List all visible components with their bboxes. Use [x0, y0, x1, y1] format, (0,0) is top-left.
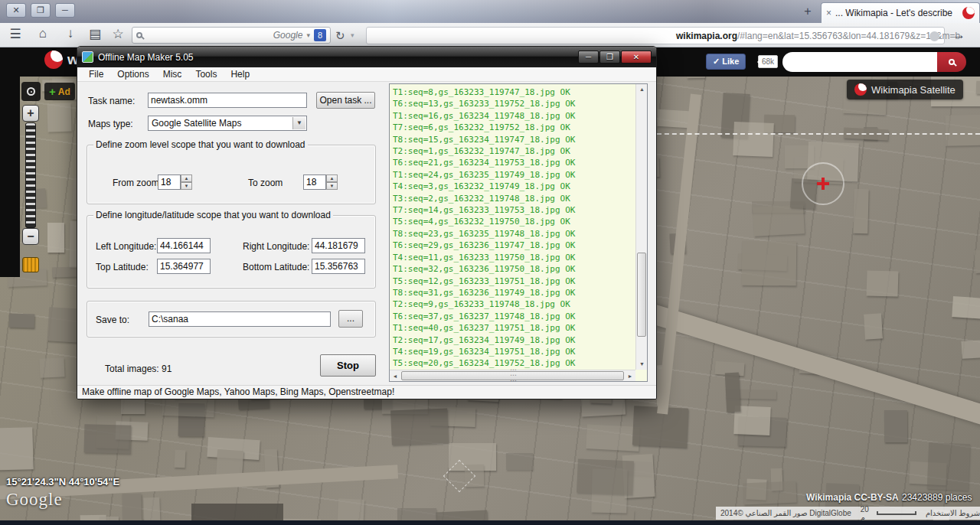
save-to-group: Save to: ...	[87, 301, 376, 338]
menu-tools[interactable]: Tools	[188, 68, 224, 80]
dialog-title: Offline Map Maker 5.05	[98, 52, 573, 63]
scroll-up-icon[interactable]: ▲	[636, 84, 648, 95]
chevron-down-icon[interactable]: ▾	[351, 31, 354, 39]
window-controls: ✕ ❐ ─	[6, 3, 75, 18]
menu-file[interactable]: File	[82, 68, 110, 80]
gplus-badge-icon[interactable]: 8	[314, 29, 326, 41]
log-line: T1:seq=16,gs_163234_119748_18.jpg OK	[393, 110, 634, 122]
maps-type-label: Maps type:	[88, 119, 133, 129]
browser-tab[interactable]: × ... Wikimapia - Let's describe	[821, 2, 980, 23]
log-line: T1:seq=40,gs_163237_119751_18.jpg OK	[393, 322, 634, 334]
menu-help[interactable]: Help	[224, 68, 256, 80]
from-zoom-spinner: ▲ ▼	[158, 174, 192, 190]
log-line: T6:seq=13,gs_163233_119752_18.jpg OK	[393, 98, 634, 109]
dialog-maximize-button[interactable]: ❐	[599, 51, 620, 64]
log-line: T8:seq=23,gs_163235_119748_18.jpg OK	[393, 228, 634, 240]
right-longitude-input[interactable]	[312, 238, 365, 253]
top-latitude-input[interactable]	[157, 259, 211, 274]
to-zoom-input[interactable]	[303, 174, 326, 190]
log-vertical-scrollbar[interactable]: ▲ ▼	[635, 84, 647, 370]
save-to-input[interactable]	[149, 311, 331, 327]
log-line: T4:seq=11,gs_163233_119750_18.jpg OK	[393, 252, 634, 263]
url-domain: wikimapia.org	[676, 31, 737, 41]
left-longitude-label: Left Longitude:	[96, 241, 156, 252]
geo-group-title: Define longitude/latitude scope that you…	[93, 210, 333, 220]
spin-down-icon[interactable]: ▼	[326, 182, 338, 190]
reload-icon[interactable]: ↻	[335, 29, 345, 43]
log-line: T2:seq=1,gs_163232_119747_18.jpg OK	[393, 145, 634, 157]
left-longitude-input[interactable]	[157, 238, 211, 253]
scroll-right-icon[interactable]: ►	[625, 373, 635, 379]
chevron-down-icon[interactable]: ▼	[292, 117, 305, 129]
zoom-out-button[interactable]: −	[22, 228, 39, 245]
window-close-button[interactable]: ✕	[6, 3, 26, 18]
url-path: /#lang=en&lat=15.356763&lon=44.181679&z=…	[737, 31, 960, 41]
url-bar[interactable]: wikimapia.org/#lang=en&lat=15.356763&lon…	[366, 27, 945, 44]
screen: wikim ✓ Like 68k Wikimapia Satellite + A…	[0, 0, 980, 525]
task-name-input[interactable]	[148, 93, 307, 108]
wikimapia-moon-icon	[854, 83, 867, 96]
site-search-input[interactable]	[782, 52, 937, 72]
bookmark-star-icon[interactable]: ☆	[109, 26, 127, 42]
scale-label: 20 م	[861, 505, 874, 522]
log-horizontal-scrollbar[interactable]: ◄ ►	[390, 370, 635, 381]
log-line: T5:seq=12,gs_163233_119751_18.jpg OK	[393, 276, 634, 287]
browse-button[interactable]: ...	[338, 310, 363, 328]
reading-list-icon[interactable]: ▤	[86, 26, 104, 42]
home-icon[interactable]: ⌂	[34, 26, 52, 41]
dialog-close-button[interactable]: ✕	[621, 51, 652, 64]
search-engine-label[interactable]: Google	[273, 30, 303, 41]
site-search-button[interactable]	[937, 52, 966, 72]
download-log-lines[interactable]: T1:seq=8,gs_163233_119747_18.jpg OKT6:se…	[393, 86, 634, 369]
dialog-titlebar[interactable]: Offline Map Maker 5.05 ─ ❐ ✕	[77, 47, 656, 67]
from-zoom-input[interactable]	[158, 174, 181, 190]
dialog-minimize-button[interactable]: ─	[578, 51, 599, 64]
zoom-slider[interactable]	[25, 122, 36, 228]
menu-misc[interactable]: Misc	[156, 68, 189, 80]
scroll-left-icon[interactable]: ◄	[390, 373, 400, 379]
wikimapia-left-rail	[0, 47, 20, 277]
open-task-button[interactable]: Open task ...	[316, 92, 375, 109]
dialog-status-bar: Make offline map of Google Maps, Yahoo M…	[77, 385, 656, 399]
go-arrow-button[interactable]: →	[952, 28, 965, 43]
chevron-down-icon[interactable]: ▾	[306, 31, 310, 39]
new-tab-button[interactable]: +	[798, 5, 818, 20]
menu-options[interactable]: Options	[110, 68, 155, 80]
map-center-crosshair-icon	[802, 162, 844, 205]
window-restore-button[interactable]: ❐	[31, 3, 51, 18]
downloads-icon[interactable]: ↓	[61, 26, 80, 41]
selection-dashed-line	[657, 133, 980, 135]
log-line: T4:seq=3,gs_163232_119749_18.jpg OK	[393, 181, 634, 192]
task-name-label: Task name:	[88, 96, 135, 106]
tab-title: ... Wikimapia - Let's describe	[835, 8, 959, 18]
menu-hamburger-icon[interactable]: ☰	[6, 26, 24, 42]
zoom-in-button[interactable]: +	[22, 105, 39, 122]
terms-of-use-link[interactable]: شروط الاستخدام	[921, 509, 980, 517]
facebook-like-button[interactable]: ✓ Like	[706, 54, 746, 70]
log-line: T4:seq=19,gs_163234_119751_18.jpg OK	[393, 346, 634, 357]
share-icon[interactable]	[929, 31, 939, 41]
spin-down-icon[interactable]: ▼	[181, 182, 192, 190]
zoom-scope-group: Define zoom level scope that you want to…	[87, 145, 376, 204]
window-minimize-button[interactable]: ─	[55, 3, 75, 18]
map-settings-button[interactable]	[21, 82, 41, 101]
horizontal-scroll-thumb[interactable]	[401, 371, 624, 380]
map-coordinates: 15°21'24.3"N 44°10'54"E	[6, 476, 119, 488]
browser-search-field[interactable]: Google ▾ 8	[132, 27, 331, 44]
maps-type-dropdown[interactable]: Google Satellite Maps ▼	[148, 116, 307, 131]
offline-map-maker-window: Offline Map Maker 5.05 ─ ❐ ✕ File Option…	[77, 46, 657, 399]
satellite-layer-toggle[interactable]: Wikimapia Satellite	[847, 80, 963, 99]
add-place-button[interactable]: + Ad	[44, 83, 75, 100]
satellite-layer-label: Wikimapia Satellite	[871, 84, 956, 96]
tab-close-icon[interactable]: ×	[826, 8, 831, 18]
vertical-scroll-thumb[interactable]	[637, 253, 646, 337]
from-zoom-label: From zoom	[113, 178, 159, 188]
geo-scope-group: Define longitude/latitude scope that you…	[87, 215, 376, 289]
minimap-button[interactable]	[22, 257, 39, 272]
spin-up-icon[interactable]: ▲	[181, 174, 192, 182]
stop-button[interactable]: Stop	[320, 354, 376, 377]
spin-up-icon[interactable]: ▲	[326, 174, 338, 182]
bottom-latitude-input[interactable]	[312, 259, 365, 274]
scroll-down-icon[interactable]: ▼	[636, 359, 648, 370]
search-icon	[949, 59, 955, 65]
